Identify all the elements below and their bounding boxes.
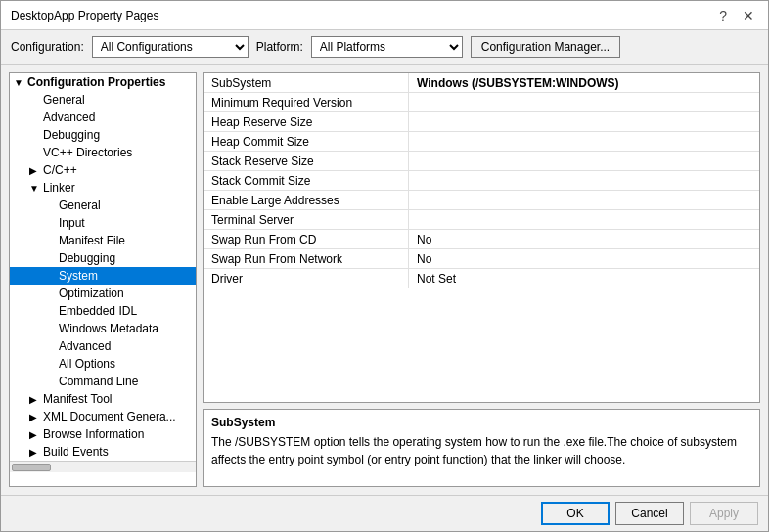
expand-icon-build-events: ▶ (29, 447, 41, 458)
tree-item-vc-dirs[interactable]: VC++ Directories (10, 144, 196, 161)
tree-item-manifest-tool[interactable]: ▶Manifest Tool (10, 390, 196, 408)
apply-button[interactable]: Apply (690, 502, 758, 525)
tree-label-cpp: C/C++ (43, 163, 77, 177)
tree-label-linker-debug: Debugging (59, 251, 115, 265)
tree-label-build-events: Build Events (43, 445, 109, 459)
config-label: Configuration: (11, 40, 84, 54)
prop-name: Terminal Server (204, 210, 409, 229)
prop-name: SubSystem (204, 73, 409, 92)
bottom-bar: OK Cancel Apply (1, 495, 768, 531)
config-manager-button[interactable]: Configuration Manager... (471, 36, 620, 58)
table-row[interactable]: Heap Commit Size (204, 132, 759, 152)
tree-item-linker-opts[interactable]: All Options (10, 355, 196, 373)
prop-name: Enable Large Addresses (204, 191, 409, 209)
prop-value (409, 93, 759, 111)
tree-item-general[interactable]: General (10, 91, 196, 109)
tree-label-linker-manifest: Manifest File (59, 234, 125, 247)
tree-item-linker-general[interactable]: General (10, 197, 196, 214)
tree-label-vc-dirs: VC++ Directories (43, 146, 132, 159)
description-text: The /SUBSYSTEM option tells the operatin… (211, 433, 751, 468)
tree-item-advanced[interactable]: Advanced (10, 109, 196, 126)
tree-label-linker-system: System (59, 269, 98, 283)
prop-value (409, 132, 759, 151)
table-row[interactable]: SubSystemWindows (/SUBSYSTEM:WINDOWS) (204, 73, 759, 93)
tree-sidebar: ▼Configuration PropertiesGeneralAdvanced… (9, 72, 197, 487)
prop-name: Swap Run From CD (204, 230, 409, 248)
prop-name: Stack Commit Size (204, 171, 409, 190)
tree-label-linker-general: General (59, 199, 101, 212)
tree-item-linker[interactable]: ▼Linker (10, 179, 196, 197)
prop-value: No (409, 249, 759, 268)
table-row[interactable]: DriverNot Set (204, 269, 759, 288)
table-row[interactable]: Terminal Server (204, 210, 759, 230)
tree-item-config-props[interactable]: ▼Configuration Properties (10, 73, 196, 91)
expand-icon-browse-info: ▶ (29, 429, 41, 440)
prop-value (409, 191, 759, 209)
tree-label-linker-meta: Windows Metadata (59, 322, 158, 335)
tree-item-build-events[interactable]: ▶Build Events (10, 443, 196, 461)
prop-value: Not Set (409, 269, 759, 288)
tree-item-linker-meta[interactable]: Windows Metadata (10, 320, 196, 337)
table-row[interactable]: Minimum Required Version (204, 93, 759, 112)
prop-value (409, 152, 759, 170)
expand-icon-config-props: ▼ (14, 77, 25, 88)
platform-label: Platform: (256, 40, 303, 54)
prop-name: Driver (204, 269, 409, 288)
title-bar: DesktopApp Property Pages ? ✕ (1, 1, 768, 30)
tree-item-linker-idl[interactable]: Embedded IDL (10, 302, 196, 320)
prop-name: Heap Commit Size (204, 132, 409, 151)
close-button[interactable]: ✕ (739, 9, 758, 22)
help-button[interactable]: ? (715, 9, 731, 22)
tree-item-linker-adv[interactable]: Advanced (10, 337, 196, 355)
tree-item-linker-manifest[interactable]: Manifest File (10, 232, 196, 249)
prop-value: No (409, 230, 759, 248)
tree-item-linker-opt[interactable]: Optimization (10, 285, 196, 302)
prop-name: Heap Reserve Size (204, 112, 409, 131)
tree-item-cpp[interactable]: ▶C/C++ (10, 161, 196, 179)
tree-item-linker-system[interactable]: System (10, 267, 196, 285)
tree-label-linker: Linker (43, 181, 75, 195)
prop-name: Stack Reserve Size (204, 152, 409, 170)
tree-item-linker-input[interactable]: Input (10, 214, 196, 232)
configuration-select[interactable]: All Configurations (92, 36, 249, 58)
dialog-title: DesktopApp Property Pages (11, 9, 158, 22)
right-panel: SubSystemWindows (/SUBSYSTEM:WINDOWS)Min… (203, 72, 760, 487)
tree-item-xml-doc[interactable]: ▶XML Document Genera... (10, 408, 196, 425)
tree-label-linker-cmd: Command Line (59, 375, 138, 388)
prop-value (409, 210, 759, 229)
ok-button[interactable]: OK (541, 502, 610, 525)
tree-item-debugging[interactable]: Debugging (10, 126, 196, 144)
tree-label-xml-doc: XML Document Genera... (43, 410, 176, 423)
table-row[interactable]: Swap Run From NetworkNo (204, 249, 759, 269)
table-row[interactable]: Enable Large Addresses (204, 191, 759, 210)
prop-value (409, 112, 759, 131)
table-row[interactable]: Stack Reserve Size (204, 152, 759, 171)
table-row[interactable]: Swap Run From CDNo (204, 230, 759, 249)
tree-label-advanced: Advanced (43, 111, 95, 124)
tree-label-linker-opts: All Options (59, 357, 115, 371)
table-row[interactable]: Heap Reserve Size (204, 112, 759, 132)
platform-select[interactable]: All Platforms (311, 36, 463, 58)
tree-label-config-props: Configuration Properties (27, 75, 165, 89)
tree-item-linker-debug[interactable]: Debugging (10, 249, 196, 267)
expand-icon-linker: ▼ (29, 183, 41, 194)
table-row[interactable]: Stack Commit Size (204, 171, 759, 191)
tree-label-linker-adv: Advanced (59, 339, 111, 353)
prop-name: Swap Run From Network (204, 249, 409, 268)
tree-label-manifest-tool: Manifest Tool (43, 392, 112, 406)
tree-label-linker-idl: Embedded IDL (59, 304, 137, 318)
tree-item-linker-cmd[interactable]: Command Line (10, 373, 196, 390)
properties-table: SubSystemWindows (/SUBSYSTEM:WINDOWS)Min… (203, 72, 760, 403)
prop-value (409, 171, 759, 190)
tree-label-linker-input: Input (59, 216, 85, 230)
tree-label-debugging: Debugging (43, 128, 100, 142)
cancel-button[interactable]: Cancel (615, 502, 684, 525)
title-bar-controls: ? ✕ (715, 9, 758, 22)
tree-item-browse-info[interactable]: ▶Browse Information (10, 425, 196, 443)
scrollbar-thumb[interactable] (12, 464, 51, 471)
expand-icon-manifest-tool: ▶ (29, 394, 41, 405)
horizontal-scrollbar[interactable] (10, 461, 196, 472)
prop-value: Windows (/SUBSYSTEM:WINDOWS) (409, 73, 759, 92)
expand-icon-cpp: ▶ (29, 165, 41, 176)
content-area: ▼Configuration PropertiesGeneralAdvanced… (1, 65, 768, 495)
